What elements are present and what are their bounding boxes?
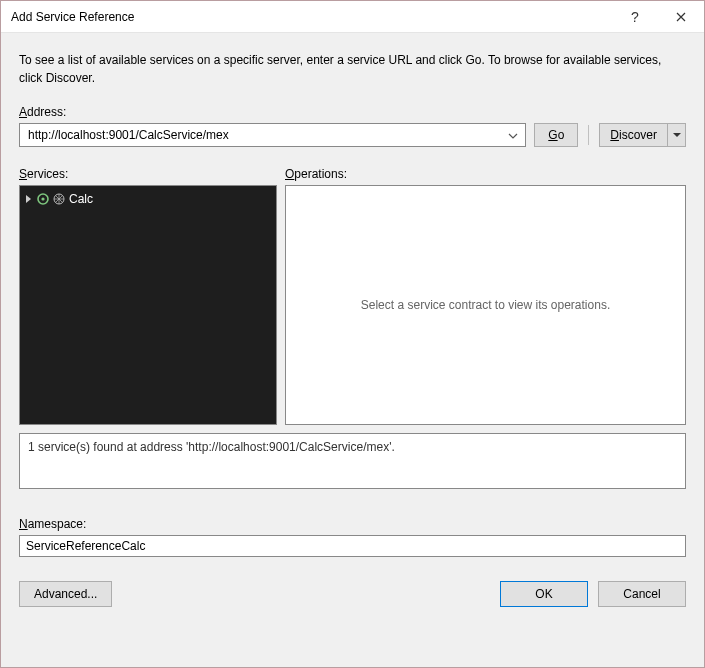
titlebar: Add Service Reference ? bbox=[1, 1, 704, 33]
close-icon bbox=[676, 12, 686, 22]
operations-list[interactable]: Select a service contract to view its op… bbox=[285, 185, 686, 425]
service-name: Calc bbox=[69, 192, 93, 206]
intro-text: To see a list of available services on a… bbox=[19, 51, 686, 87]
operations-placeholder: Select a service contract to view its op… bbox=[361, 298, 610, 312]
help-button[interactable]: ? bbox=[612, 1, 658, 33]
services-label: Services: bbox=[19, 167, 277, 181]
close-button[interactable] bbox=[658, 1, 704, 33]
services-tree[interactable]: Calc bbox=[19, 185, 277, 425]
status-text: 1 service(s) found at address 'http://lo… bbox=[28, 440, 395, 454]
svg-point-1 bbox=[41, 197, 44, 200]
ok-button[interactable]: OK bbox=[500, 581, 588, 607]
separator bbox=[588, 125, 589, 145]
services-panel: Services: Calc bbox=[19, 167, 277, 425]
chevron-down-icon bbox=[508, 133, 518, 139]
address-label: Address: bbox=[19, 105, 686, 119]
dialog-window: Add Service Reference ? To see a list of… bbox=[0, 0, 705, 668]
namespace-label: Namespace: bbox=[19, 517, 686, 531]
window-title: Add Service Reference bbox=[11, 10, 612, 24]
gear-icon bbox=[37, 193, 49, 205]
discover-dropdown[interactable] bbox=[668, 123, 686, 147]
service-node[interactable]: Calc bbox=[26, 190, 270, 208]
caret-down-icon bbox=[673, 133, 681, 138]
go-button[interactable]: Go bbox=[534, 123, 578, 147]
address-combobox[interactable] bbox=[19, 123, 526, 147]
globe-icon bbox=[53, 193, 65, 205]
namespace-input[interactable] bbox=[19, 535, 686, 557]
dialog-content: To see a list of available services on a… bbox=[1, 33, 704, 667]
footer: Advanced... OK Cancel bbox=[19, 581, 686, 607]
address-dropdown-icon[interactable] bbox=[505, 128, 521, 142]
status-box: 1 service(s) found at address 'http://lo… bbox=[19, 433, 686, 489]
discover-button[interactable]: Discover bbox=[599, 123, 668, 147]
operations-label: Operations: bbox=[285, 167, 686, 181]
discover-splitbutton[interactable]: Discover bbox=[599, 123, 686, 147]
cancel-button[interactable]: Cancel bbox=[598, 581, 686, 607]
advanced-button[interactable]: Advanced... bbox=[19, 581, 112, 607]
operations-panel: Operations: Select a service contract to… bbox=[285, 167, 686, 425]
address-input[interactable] bbox=[26, 125, 505, 145]
address-row: Go Discover bbox=[19, 123, 686, 147]
expand-icon[interactable] bbox=[26, 195, 31, 203]
panels: Services: Calc Operations: bbox=[19, 167, 686, 425]
